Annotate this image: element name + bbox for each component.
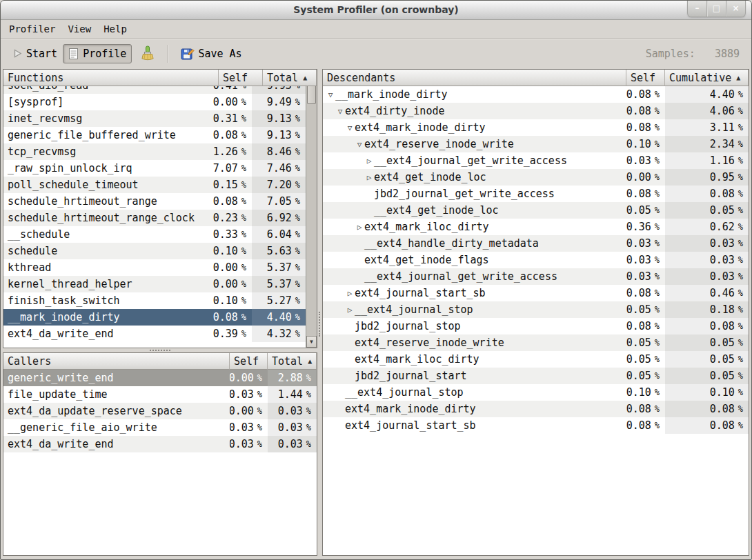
table-row[interactable]: ext4_reserve_inode_write0.05%0.05% [323,334,749,351]
percent-value: 0.36 [626,221,651,233]
percent-value: 0.03 [230,438,254,450]
percent-value: 4.32 [267,328,292,340]
function-name-cell: ext4_reserve_inode_write [323,334,626,351]
table-row[interactable]: __ext4_journal_stop0.10%0.10% [323,384,749,401]
table-row[interactable]: schedule0.10%5.63% [3,243,306,259]
scrollbar-thumb[interactable] [307,83,316,104]
tree-expander-closed-icon[interactable]: ▷ [364,173,374,182]
table-row[interactable]: ▽__mark_inode_dirty0.08%4.40% [323,86,749,103]
table-row[interactable]: __ext4_journal_get_write_access0.03%0.03… [323,268,749,285]
tree-expander-open-icon[interactable]: ▽ [345,123,355,132]
table-row[interactable]: generic_file_buffered_write0.08%9.13% [3,127,306,143]
table-row[interactable]: schedule_hrtimeout_range0.08%7.05% [3,193,306,210]
total-percent-cell: 2.88% [268,370,317,386]
scroll-down-icon[interactable]: ▼ [306,336,317,348]
table-row[interactable]: sock_aio_read0.41%9.93% [3,86,306,94]
percent-sign: % [306,406,311,416]
percent-sign: % [655,305,660,314]
column-header-cumulative[interactable]: Cumulative ▲ [665,70,749,86]
table-row[interactable]: ▷ext4_get_inode_loc0.00%0.95% [323,169,749,186]
table-row[interactable]: ▷__ext4_journal_get_write_access0.03%1.1… [323,152,749,169]
table-row[interactable]: ext4_get_inode_flags0.03%0.03% [323,252,749,268]
self-percent-cell: 0.03% [626,268,665,285]
percent-sign: % [257,406,262,416]
table-row[interactable]: generic_write_end0.00%2.88% [3,370,317,386]
table-row[interactable]: schedule_hrtimeout_range_clock0.23%6.92% [3,210,306,226]
table-row[interactable]: [sysprof]0.00%9.49% [3,94,306,110]
start-button[interactable]: Start [7,44,63,63]
save-as-button[interactable]: Save As [175,43,247,64]
table-row[interactable]: ▽ext4_dirty_inode0.08%4.06% [323,103,749,119]
table-row[interactable]: ▷ext4_journal_start_sb0.08%0.46% [323,285,749,301]
title-bar[interactable]: System Profiler (on crownbay) [0,0,752,20]
percent-sign: % [295,329,300,339]
table-row[interactable]: ▷ext4_mark_iloc_dirty0.36%0.62% [323,219,749,235]
functions-scrollbar[interactable]: ▲ ▼ [306,70,317,348]
table-row[interactable]: ext4_journal_start_sb0.08%0.08% [323,417,749,434]
minimize-button[interactable]: – [688,0,706,17]
column-header-descendants[interactable]: Descendants [323,70,626,86]
table-row[interactable]: ext4_mark_inode_dirty0.08%0.08% [323,401,749,417]
tree-expander-closed-icon[interactable]: ▷ [355,223,364,232]
percent-value: 1.26 [213,146,238,158]
table-row[interactable]: tcp_recvmsg1.26%8.46% [3,143,306,160]
tree-indent [326,144,355,145]
table-row[interactable]: file_update_time0.03%1.44% [3,386,317,403]
percent-sign: % [738,206,743,215]
column-header-total[interactable]: Total ▲ [268,353,317,370]
percent-sign: % [738,172,743,182]
menu-help[interactable]: Help [97,21,133,37]
column-header-callers[interactable]: Callers [3,353,230,370]
tree-expander-open-icon[interactable]: ▽ [326,90,335,99]
table-row[interactable]: ext4_da_update_reserve_space0.00%0.03% [3,403,317,419]
menu-profiler[interactable]: Profiler [3,21,61,37]
tree-expander-closed-icon[interactable]: ▷ [345,289,355,298]
total-percent-cell: 9.13% [252,127,306,143]
maximize-button[interactable]: □ [706,0,726,17]
tree-indent [326,359,345,360]
column-header-functions[interactable]: Functions [3,70,219,86]
table-row[interactable]: __ext4_handle_dirty_metadata0.03%0.03% [323,235,749,252]
table-row[interactable]: jbd2_journal_start0.05%0.05% [323,368,749,384]
horizontal-splitter[interactable] [3,348,317,352]
table-row[interactable]: finish_task_switch0.10%5.27% [3,292,306,309]
table-row[interactable]: kernel_thread_helper0.00%5.37% [3,276,306,292]
table-row[interactable]: __ext4_get_inode_loc0.05%0.05% [323,202,749,219]
table-row[interactable]: __mark_inode_dirty0.08%4.40% [3,309,306,326]
tree-expander-open-icon[interactable]: ▽ [335,107,345,116]
tree-expander-open-icon[interactable]: ▽ [355,140,364,149]
table-row[interactable]: inet_recvmsg0.31%9.13% [3,110,306,127]
table-row[interactable]: ext4_da_write_end0.39%4.32% [3,326,306,342]
table-row[interactable]: ▽ext4_mark_inode_dirty0.08%3.11% [323,119,749,136]
callers-panel: Callers Self Total ▲ generic_write_end0.… [3,352,317,556]
vertical-splitter[interactable] [317,69,322,556]
self-percent-cell: 1.26% [208,143,252,160]
table-row[interactable]: _raw_spin_unlock_irq7.07%7.46% [3,160,306,177]
table-row[interactable]: jbd2_journal_stop0.08%0.08% [323,318,749,334]
table-row[interactable]: ▷__ext4_journal_stop0.05%0.18% [323,301,749,318]
column-header-self[interactable]: Self [219,70,263,86]
reset-samples-button[interactable] [135,42,161,66]
column-header-self[interactable]: Self [626,70,665,86]
callers-table-body: generic_write_end0.00%2.88%file_update_t… [3,370,317,554]
total-percent-cell: 0.03% [268,436,317,452]
profile-toggle-button[interactable]: Profile [63,44,132,63]
percent-value: 0.08 [626,287,651,299]
table-row[interactable]: ext4_da_write_end0.03%0.03% [3,436,317,452]
column-header-total[interactable]: Total ▲ [263,70,317,86]
menu-view[interactable]: View [61,21,97,37]
total-percent-cell: 0.18% [665,301,749,318]
table-row[interactable]: poll_schedule_timeout0.15%7.20% [3,177,306,193]
percent-sign: % [738,371,743,381]
table-row[interactable]: ▽ext4_reserve_inode_write0.10%2.34% [323,136,749,152]
table-row[interactable]: jbd2_journal_get_write_access0.08%0.08% [323,186,749,202]
table-row[interactable]: __generic_file_aio_write0.03%0.03% [3,419,317,436]
tree-expander-closed-icon[interactable]: ▷ [364,157,374,166]
self-percent-cell: 0.08% [208,127,252,143]
table-row[interactable]: kthread0.00%5.37% [3,259,306,276]
table-row[interactable]: ext4_mark_iloc_dirty0.05%0.05% [323,351,749,368]
table-row[interactable]: __schedule0.33%6.04% [3,226,306,243]
close-button[interactable]: × [726,0,745,17]
tree-expander-closed-icon[interactable]: ▷ [345,306,355,314]
column-header-self[interactable]: Self [230,353,268,370]
